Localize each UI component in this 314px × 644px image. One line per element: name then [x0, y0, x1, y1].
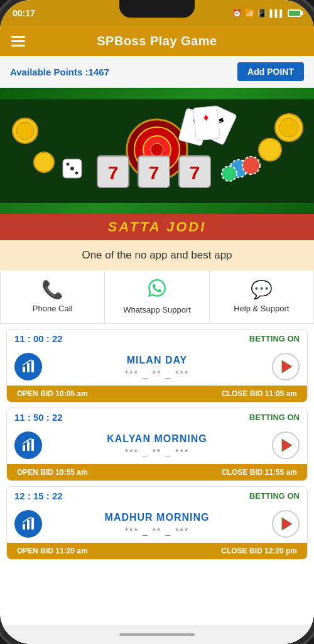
help-label: Help & Support	[234, 304, 289, 313]
game-card-header-1: 11 : 50 : 22 BETTING ON	[7, 408, 307, 426]
svg-rect-22	[193, 106, 220, 140]
play-button-2[interactable]	[272, 510, 300, 538]
game-card-0: 11 : 00 : 22 BETTING ON MILAN DAY	[6, 329, 308, 402]
svg-rect-31	[23, 367, 25, 372]
svg-marker-34	[282, 360, 292, 373]
betting-status-0: BETTING ON	[249, 334, 300, 343]
status-time: 00:17	[13, 8, 35, 18]
chart-icon-1	[14, 431, 42, 459]
game-card-header-2: 12 : 15 : 22 BETTING ON	[7, 487, 307, 505]
games-list: 11 : 00 : 22 BETTING ON MILAN DAY	[0, 324, 314, 625]
game-card-1: 11 : 50 : 22 BETTING ON KALYAN MORNING	[6, 408, 308, 481]
phone-frame: 00:17 ⏰ 📶 📳 ▌▌▌ SPBoss Play Game Availab…	[0, 0, 314, 644]
open-bid-2: OPEN BID 11:20 am	[17, 547, 88, 555]
svg-text:7: 7	[149, 162, 160, 183]
svg-rect-36	[23, 445, 25, 451]
phone-inner: 00:17 ⏰ 📶 📳 ▌▌▌ SPBoss Play Game Availab…	[0, 0, 314, 644]
hamburger-menu[interactable]	[11, 36, 25, 47]
svg-marker-44	[282, 518, 292, 530]
game-time-2: 12 : 15 : 22	[14, 491, 63, 501]
svg-text:♦: ♦	[203, 111, 209, 123]
open-bid-0: OPEN BID 10:05 am	[17, 389, 88, 398]
alarm-icon: ⏰	[232, 9, 242, 18]
game-card-body-2: MADHUR MORNING *** _ ** _ ***	[7, 505, 307, 543]
support-row: 📞 Phone Call Whatsapp Support 💬 Help & S…	[0, 270, 314, 324]
play-button-1[interactable]	[272, 431, 300, 459]
svg-point-11	[151, 143, 163, 156]
help-support-button[interactable]: 💬 Help & Support	[210, 270, 313, 323]
bottom-bar	[0, 625, 314, 644]
svg-text:7: 7	[190, 162, 200, 183]
chart-icon-0	[14, 353, 42, 380]
svg-point-30	[222, 166, 237, 181]
banner-title: SATTA JODI	[0, 214, 314, 240]
svg-point-7	[34, 152, 54, 172]
svg-point-5	[279, 118, 298, 137]
svg-point-27	[75, 171, 78, 174]
banner-image: 7 7 7 ♥ ♠ ♦	[0, 88, 314, 214]
game-result-2: *** _ ** _ ***	[42, 526, 272, 536]
game-name-1: KALYAN MORNING	[42, 433, 272, 445]
game-result-0: *** _ ** _ ***	[42, 369, 272, 379]
close-bid-1: CLOSE BID 11:55 am	[222, 468, 297, 477]
open-bid-1: OPEN BID 10:55 am	[17, 468, 88, 477]
svg-rect-37	[27, 441, 30, 451]
game-banner: 7 7 7 ♥ ♠ ♦	[0, 88, 314, 240]
points-bar: Available Points :1467 Add POINT	[0, 56, 314, 88]
svg-rect-43	[31, 518, 34, 530]
phone-icon: 📞	[41, 279, 63, 300]
game-card-body-0: MILAN DAY *** _ ** _ ***	[7, 348, 307, 386]
svg-text:7: 7	[108, 162, 119, 183]
game-card-footer-1: OPEN BID 10:55 am CLOSE BID 11:55 am	[7, 464, 307, 480]
game-name-2: MADHUR MORNING	[42, 512, 272, 523]
svg-rect-41	[23, 524, 25, 530]
game-card-header-0: 11 : 00 : 22 BETTING ON	[7, 330, 307, 348]
svg-rect-33	[31, 360, 34, 372]
available-points: Available Points :1467	[10, 67, 109, 77]
svg-rect-38	[31, 439, 34, 451]
svg-point-6	[259, 138, 281, 161]
game-card-body-1: KALYAN MORNING *** _ ** _ ***	[7, 426, 307, 464]
app-title: SPBoss Play Game	[97, 34, 217, 48]
app-header: SPBoss Play Game	[0, 26, 314, 56]
tagline: One of the no app and best app	[0, 240, 314, 270]
betting-status-2: BETTING ON	[249, 491, 300, 501]
chart-icon-2	[14, 510, 42, 538]
home-indicator	[119, 633, 195, 636]
add-point-button[interactable]: Add POINT	[237, 62, 304, 81]
svg-rect-42	[27, 520, 30, 530]
phone-call-button[interactable]: 📞 Phone Call	[1, 270, 105, 323]
close-bid-2: CLOSE BID 12:20 pm	[221, 547, 297, 555]
svg-point-29	[242, 157, 260, 174]
status-bar: 00:17 ⏰ 📶 📳 ▌▌▌	[0, 0, 314, 26]
whatsapp-icon	[148, 279, 166, 301]
help-icon: 💬	[251, 279, 273, 300]
game-result-1: *** _ ** _ ***	[42, 447, 272, 457]
svg-point-26	[67, 162, 70, 165]
game-info-0: MILAN DAY *** _ ** _ ***	[42, 355, 272, 379]
notch	[119, 0, 195, 18]
game-info-1: KALYAN MORNING *** _ ** _ ***	[42, 433, 272, 457]
betting-status-1: BETTING ON	[249, 413, 300, 422]
game-name-0: MILAN DAY	[42, 355, 272, 366]
svg-marker-39	[282, 439, 292, 452]
status-icons: ⏰ 📶 📳 ▌▌▌	[232, 9, 301, 18]
game-info-2: MADHUR MORNING *** _ ** _ ***	[42, 512, 272, 536]
game-card-footer-2: OPEN BID 11:20 am CLOSE BID 12:20 pm	[7, 543, 307, 559]
battery-icon	[288, 9, 301, 17]
wifi-icon: 📶	[245, 9, 254, 18]
game-card-2: 12 : 15 : 22 BETTING ON MADHUR MORNING	[6, 486, 308, 560]
signal-icon: ▌▌▌	[270, 9, 284, 17]
casino-art: 7 7 7 ♥ ♠ ♦	[0, 99, 314, 203]
phone-call-label: Phone Call	[33, 304, 73, 313]
game-time-0: 11 : 00 : 22	[14, 333, 63, 344]
svg-point-3	[16, 122, 34, 140]
svg-rect-32	[27, 363, 30, 372]
call-icon: 📳	[257, 9, 267, 18]
play-button-0[interactable]	[272, 353, 300, 380]
whatsapp-label: Whatsapp Support	[123, 305, 191, 314]
whatsapp-button[interactable]: Whatsapp Support	[105, 270, 209, 323]
game-time-1: 11 : 50 : 22	[14, 412, 63, 423]
svg-point-25	[70, 167, 74, 170]
game-card-footer-0: OPEN BID 10:05 am CLOSE BID 11:05 am	[7, 386, 307, 402]
